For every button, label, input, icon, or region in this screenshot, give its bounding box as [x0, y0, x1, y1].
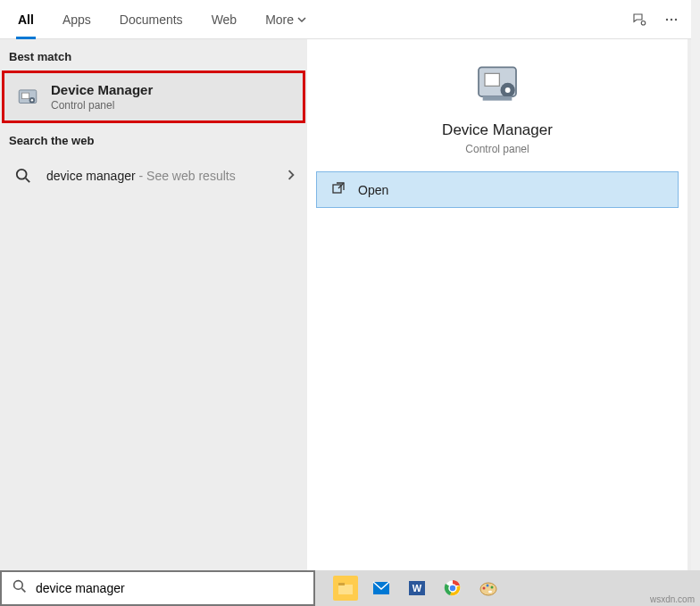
svg-rect-19: [338, 583, 345, 585]
file-explorer-icon[interactable]: [333, 576, 358, 601]
svg-line-17: [21, 588, 25, 592]
search-icon: [11, 163, 36, 188]
device-manager-icon: [15, 85, 40, 110]
tab-all[interactable]: All: [4, 0, 48, 39]
svg-point-3: [675, 18, 677, 20]
web-result-item[interactable]: device manager - See web results: [0, 154, 307, 197]
svg-point-30: [488, 591, 492, 593]
tab-more-label: More: [265, 12, 294, 27]
open-action[interactable]: Open: [316, 171, 679, 208]
open-label: Open: [358, 183, 388, 197]
svg-point-13: [505, 87, 511, 93]
svg-point-1: [666, 18, 668, 20]
paint-icon[interactable]: [476, 576, 501, 601]
search-web-label: Search the web: [0, 123, 307, 154]
result-device-manager[interactable]: Device Manager Control panel: [2, 71, 305, 123]
more-options-icon[interactable]: [655, 4, 688, 36]
svg-text:W: W: [412, 583, 422, 594]
word-icon[interactable]: W: [404, 576, 429, 601]
chevron-down-icon: [297, 12, 306, 27]
svg-point-16: [14, 581, 23, 590]
tab-documents[interactable]: Documents: [105, 0, 197, 39]
preview-title: Device Manager: [442, 121, 553, 139]
results-column: Best match Device Manager Control panel …: [0, 39, 307, 597]
watermark: wsxdn.com: [650, 594, 695, 604]
search-icon: [12, 579, 27, 597]
chevron-right-icon: [286, 168, 296, 184]
feedback-icon[interactable]: [623, 4, 655, 36]
svg-point-0: [641, 21, 646, 25]
svg-rect-5: [22, 93, 29, 99]
tab-apps[interactable]: Apps: [48, 0, 105, 39]
svg-line-9: [26, 178, 30, 183]
svg-rect-11: [485, 73, 499, 86]
chrome-icon[interactable]: [440, 576, 465, 601]
svg-point-25: [449, 585, 456, 592]
svg-point-2: [671, 18, 672, 20]
web-result-suffix: - See web results: [136, 169, 236, 183]
result-title: Device Manager: [51, 82, 292, 97]
svg-rect-15: [333, 185, 341, 193]
tab-web[interactable]: Web: [197, 0, 252, 39]
web-result-text: device manager - See web results: [46, 169, 275, 183]
best-match-label: Best match: [0, 39, 307, 71]
svg-point-29: [491, 586, 494, 589]
svg-point-7: [31, 99, 33, 101]
svg-rect-14: [483, 96, 512, 101]
svg-point-27: [483, 587, 486, 590]
svg-point-28: [487, 585, 489, 587]
result-subtitle: Control panel: [51, 99, 292, 112]
tab-more[interactable]: More: [251, 0, 321, 39]
search-input[interactable]: [36, 581, 303, 595]
search-box[interactable]: [0, 570, 315, 606]
svg-rect-18: [338, 585, 353, 594]
taskbar: W: [315, 570, 700, 606]
web-result-query: device manager: [46, 169, 136, 183]
preview-column: Device Manager Control panel Open: [307, 39, 688, 594]
open-icon: [331, 181, 346, 198]
preview-subtitle: Control panel: [465, 143, 529, 155]
mail-icon[interactable]: [369, 576, 394, 601]
svg-point-8: [17, 170, 27, 179]
preview-device-manager-icon: [472, 59, 522, 109]
tabs-bar: All Apps Documents Web More: [0, 0, 691, 39]
